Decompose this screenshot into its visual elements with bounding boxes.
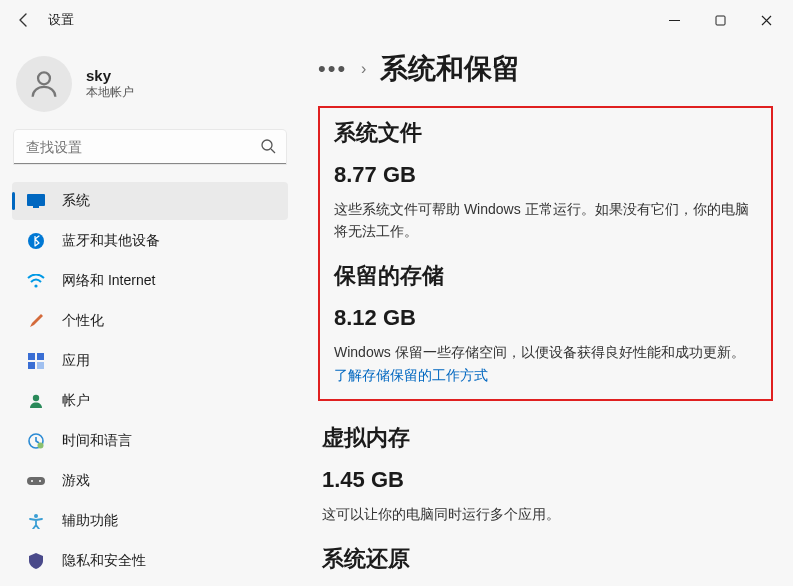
section-system-files: 系统文件 8.77 GB 这些系统文件可帮助 Windows 正常运行。如果没有… bbox=[334, 118, 757, 243]
svg-point-8 bbox=[34, 284, 37, 287]
back-button[interactable] bbox=[4, 0, 44, 40]
sidebar-item-network[interactable]: 网络和 Internet bbox=[12, 262, 288, 300]
svg-rect-5 bbox=[27, 194, 45, 206]
sidebar: sky 本地帐户 系统 蓝牙和其他设备 网络和 Internet bbox=[0, 40, 300, 586]
svg-rect-16 bbox=[27, 477, 45, 485]
sidebar-item-label: 网络和 Internet bbox=[62, 272, 155, 290]
app-title: 设置 bbox=[48, 11, 74, 29]
account-icon bbox=[26, 391, 46, 411]
accessibility-icon bbox=[26, 511, 46, 531]
close-button[interactable] bbox=[743, 5, 789, 35]
user-icon bbox=[27, 67, 61, 101]
titlebar: 设置 bbox=[0, 0, 793, 40]
svg-rect-11 bbox=[28, 362, 35, 369]
svg-rect-1 bbox=[716, 16, 725, 25]
sidebar-item-bluetooth[interactable]: 蓝牙和其他设备 bbox=[12, 222, 288, 260]
close-icon bbox=[761, 15, 772, 26]
minimize-button[interactable] bbox=[651, 5, 697, 35]
virtual-memory-value: 1.45 GB bbox=[322, 467, 769, 493]
maximize-button[interactable] bbox=[697, 5, 743, 35]
content: ••• › 系统和保留 系统文件 8.77 GB 这些系统文件可帮助 Windo… bbox=[300, 40, 793, 586]
search-input[interactable] bbox=[14, 130, 286, 164]
chevron-right-icon: › bbox=[361, 60, 366, 78]
gamepad-icon bbox=[26, 471, 46, 491]
section-reserved-storage: 保留的存储 8.12 GB Windows 保留一些存储空间，以便设备获得良好性… bbox=[334, 261, 757, 385]
svg-point-19 bbox=[34, 514, 38, 518]
search-box bbox=[14, 130, 286, 164]
svg-point-2 bbox=[38, 72, 50, 84]
sidebar-item-label: 时间和语言 bbox=[62, 432, 132, 450]
sidebar-item-gaming[interactable]: 游戏 bbox=[12, 462, 288, 500]
sidebar-item-label: 隐私和安全性 bbox=[62, 552, 146, 570]
sidebar-item-label: 帐户 bbox=[62, 392, 90, 410]
svg-point-15 bbox=[38, 443, 44, 449]
sidebar-item-personalization[interactable]: 个性化 bbox=[12, 302, 288, 340]
sidebar-item-accessibility[interactable]: 辅助功能 bbox=[12, 502, 288, 540]
profile[interactable]: sky 本地帐户 bbox=[12, 56, 288, 112]
sidebar-item-label: 辅助功能 bbox=[62, 512, 118, 530]
sidebar-item-time[interactable]: 时间和语言 bbox=[12, 422, 288, 460]
system-icon bbox=[26, 191, 46, 211]
window-controls bbox=[651, 5, 789, 35]
breadcrumb: ••• › 系统和保留 bbox=[318, 50, 773, 88]
shield-icon bbox=[26, 551, 46, 571]
sidebar-item-label: 游戏 bbox=[62, 472, 90, 490]
svg-rect-6 bbox=[33, 206, 39, 208]
svg-point-18 bbox=[39, 480, 41, 482]
section-title: 虚拟内存 bbox=[322, 423, 769, 453]
profile-name: sky bbox=[86, 67, 134, 84]
brush-icon bbox=[26, 311, 46, 331]
profile-subtitle: 本地帐户 bbox=[86, 84, 134, 101]
bluetooth-icon bbox=[26, 231, 46, 251]
system-files-desc: 这些系统文件可帮助 Windows 正常运行。如果没有它们，你的电脑将无法工作。 bbox=[334, 198, 757, 243]
section-virtual-memory: 虚拟内存 1.45 GB 这可以让你的电脑同时运行多个应用。 bbox=[318, 423, 773, 525]
svg-line-4 bbox=[271, 149, 275, 153]
sidebar-item-label: 系统 bbox=[62, 192, 90, 210]
section-title: 系统文件 bbox=[334, 118, 757, 148]
arrow-left-icon bbox=[16, 12, 32, 28]
highlighted-region: 系统文件 8.77 GB 这些系统文件可帮助 Windows 正常运行。如果没有… bbox=[318, 106, 773, 401]
sidebar-item-label: 应用 bbox=[62, 352, 90, 370]
nav-list: 系统 蓝牙和其他设备 网络和 Internet 个性化 应用 帐户 bbox=[12, 182, 288, 580]
page-title: 系统和保留 bbox=[380, 50, 520, 88]
sidebar-item-label: 个性化 bbox=[62, 312, 104, 330]
svg-point-17 bbox=[31, 480, 33, 482]
reserved-storage-value: 8.12 GB bbox=[334, 305, 757, 331]
search-icon[interactable] bbox=[260, 138, 276, 158]
svg-point-7 bbox=[28, 233, 44, 249]
svg-point-13 bbox=[33, 395, 39, 401]
sidebar-item-label: 蓝牙和其他设备 bbox=[62, 232, 160, 250]
breadcrumb-more-button[interactable]: ••• bbox=[318, 58, 347, 80]
svg-point-3 bbox=[262, 140, 272, 150]
section-title: 系统还原 bbox=[322, 544, 769, 574]
avatar bbox=[16, 56, 72, 112]
section-title: 保留的存储 bbox=[334, 261, 757, 291]
clock-icon bbox=[26, 431, 46, 451]
reserved-storage-desc: Windows 保留一些存储空间，以便设备获得良好性能和成功更新。 bbox=[334, 341, 757, 363]
svg-rect-10 bbox=[37, 353, 44, 360]
virtual-memory-desc: 这可以让你的电脑同时运行多个应用。 bbox=[322, 503, 769, 525]
svg-rect-12 bbox=[37, 362, 44, 369]
section-system-restore: 系统还原 bbox=[318, 544, 773, 574]
sidebar-item-system[interactable]: 系统 bbox=[12, 182, 288, 220]
apps-icon bbox=[26, 351, 46, 371]
system-files-value: 8.77 GB bbox=[334, 162, 757, 188]
reserved-storage-link[interactable]: 了解存储保留的工作方式 bbox=[334, 367, 757, 385]
minimize-icon bbox=[669, 15, 680, 26]
wifi-icon bbox=[26, 271, 46, 291]
svg-rect-9 bbox=[28, 353, 35, 360]
sidebar-item-accounts[interactable]: 帐户 bbox=[12, 382, 288, 420]
sidebar-item-privacy[interactable]: 隐私和安全性 bbox=[12, 542, 288, 580]
maximize-icon bbox=[715, 15, 726, 26]
sidebar-item-apps[interactable]: 应用 bbox=[12, 342, 288, 380]
